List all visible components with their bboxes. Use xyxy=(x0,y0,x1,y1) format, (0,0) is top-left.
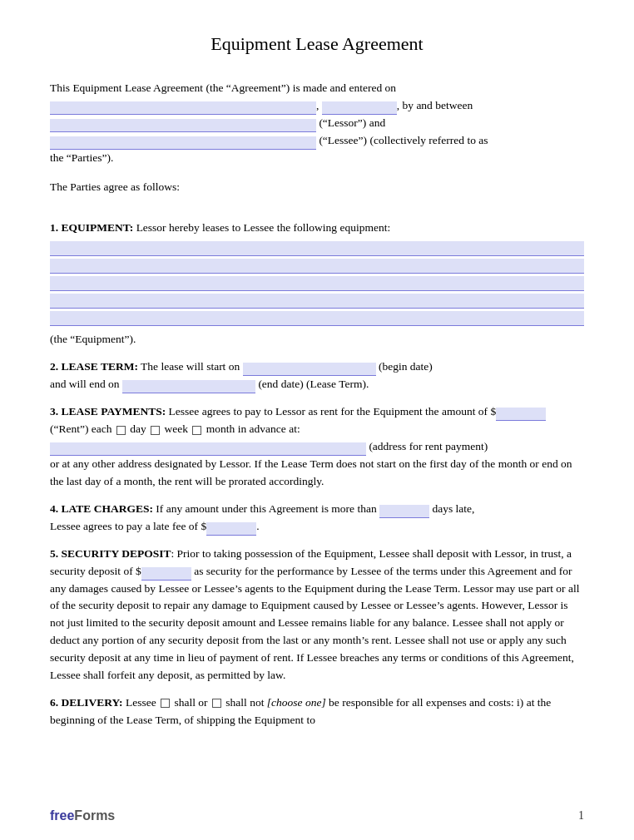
s3-week: week xyxy=(165,422,188,435)
s5-title: 5. SECURITY DEPOSIT xyxy=(50,547,171,560)
parties-label: the “Parties”). xyxy=(50,151,113,164)
equipment-line-1[interactable] xyxy=(50,241,584,256)
agree-section: The Parties agree as follows: xyxy=(50,179,584,196)
s5-text2: as security for the performance by Lesse… xyxy=(50,565,579,682)
s3-text3: in advance at: xyxy=(238,422,300,435)
field-days-late[interactable] xyxy=(379,505,429,518)
brand-forms: Forms xyxy=(74,808,115,823)
checkbox-shall[interactable] xyxy=(161,699,170,708)
checkbox-week[interactable] xyxy=(151,426,160,435)
s2-text4: (end date) (Lease Term). xyxy=(258,378,369,390)
s3-text4: (address for rent payment) xyxy=(369,440,488,452)
s2-title: 2. LEASE TERM: xyxy=(50,360,138,373)
footer: freeForms 1 xyxy=(0,808,634,823)
intro-block: This Equipment Lease Agreement (the “Agr… xyxy=(50,80,584,167)
equipment-lines xyxy=(50,241,584,326)
field-lessee-name[interactable] xyxy=(50,136,316,150)
s4-text3: Lessee agrees to pay a late fee of $ xyxy=(50,520,206,532)
s6-shall: shall xyxy=(174,696,196,709)
field-rent-amount[interactable] xyxy=(496,408,546,421)
s3-text: Lessee agrees to pay to Lessor as rent f… xyxy=(166,405,496,418)
s6-or: or xyxy=(198,696,207,709)
checkbox-shallnot[interactable] xyxy=(212,699,221,708)
field-date-main[interactable] xyxy=(50,101,316,115)
s4-text1: If any amount under this Agreement is mo… xyxy=(153,502,377,515)
s3-month: month xyxy=(206,422,235,435)
s1-title: 1. EQUIPMENT: xyxy=(50,221,133,234)
field-date-sub[interactable] xyxy=(322,101,397,115)
intro-line2: , by and between xyxy=(397,99,473,111)
s3-text2: (“Rent”) each xyxy=(50,422,112,435)
section-4: 4. LATE CHARGES: If any amount under thi… xyxy=(50,501,584,536)
checkbox-month[interactable] xyxy=(192,426,201,435)
lessor-label: (“Lessor”) and xyxy=(319,116,385,129)
field-security-deposit[interactable] xyxy=(141,567,191,581)
section-3: 3. LEASE PAYMENTS: Lessee agrees to pay … xyxy=(50,403,584,491)
s4-text2: days late, xyxy=(432,502,474,515)
s6-shallnot: shall not xyxy=(225,696,264,709)
section-6: 6. DELIVERY: Lessee shall or shall not [… xyxy=(50,694,584,729)
checkbox-day[interactable] xyxy=(116,426,126,435)
s3-text5: or at any other address designated by Le… xyxy=(50,457,572,487)
s2-text1: The lease will start on xyxy=(138,360,240,373)
s1-end: (the “Equipment”). xyxy=(50,331,584,348)
equipment-line-3[interactable] xyxy=(50,276,584,291)
equipment-line-5[interactable] xyxy=(50,311,584,326)
field-rent-address[interactable] xyxy=(50,442,366,456)
s4-title: 4. LATE CHARGES: xyxy=(50,502,153,515)
s3-day: day xyxy=(130,422,146,435)
document-page: Equipment Lease Agreement This Equipment… xyxy=(0,0,634,840)
s1-text: Lessor hereby leases to Lessee the follo… xyxy=(133,221,390,234)
page-number: 1 xyxy=(578,809,584,823)
equipment-line-4[interactable] xyxy=(50,294,584,309)
intro-line1: This Equipment Lease Agreement (the “Agr… xyxy=(50,82,396,94)
s6-title: 6. DELIVERY: xyxy=(50,696,123,709)
equipment-line-2[interactable] xyxy=(50,259,584,274)
field-begin-date[interactable] xyxy=(243,363,376,376)
s2-text2: (begin date) xyxy=(379,360,433,373)
field-lessor-name[interactable] xyxy=(50,119,316,132)
agree-text: The Parties agree as follows: xyxy=(50,179,584,196)
comma: , xyxy=(316,99,322,111)
lessee-label: (“Lessee”) (collectively referred to as xyxy=(319,134,488,146)
brand-free: free xyxy=(50,808,74,823)
document-title: Equipment Lease Agreement xyxy=(50,33,584,55)
s3-title: 3. LEASE PAYMENTS: xyxy=(50,405,166,418)
s2-text3: and will end on xyxy=(50,378,120,390)
section-2: 2. LEASE TERM: The lease will start on (… xyxy=(50,358,584,393)
brand-logo: freeForms xyxy=(50,808,115,823)
field-end-date[interactable] xyxy=(122,380,255,393)
section-1: 1. EQUIPMENT: Lessor hereby leases to Le… xyxy=(50,220,584,349)
s6-text: Lessee xyxy=(123,696,156,709)
field-late-fee[interactable] xyxy=(206,522,256,536)
s6-italic: [choose one] xyxy=(267,696,326,709)
section-5: 5. SECURITY DEPOSIT: Prior to taking pos… xyxy=(50,546,584,684)
s4-text4: . xyxy=(256,520,259,532)
